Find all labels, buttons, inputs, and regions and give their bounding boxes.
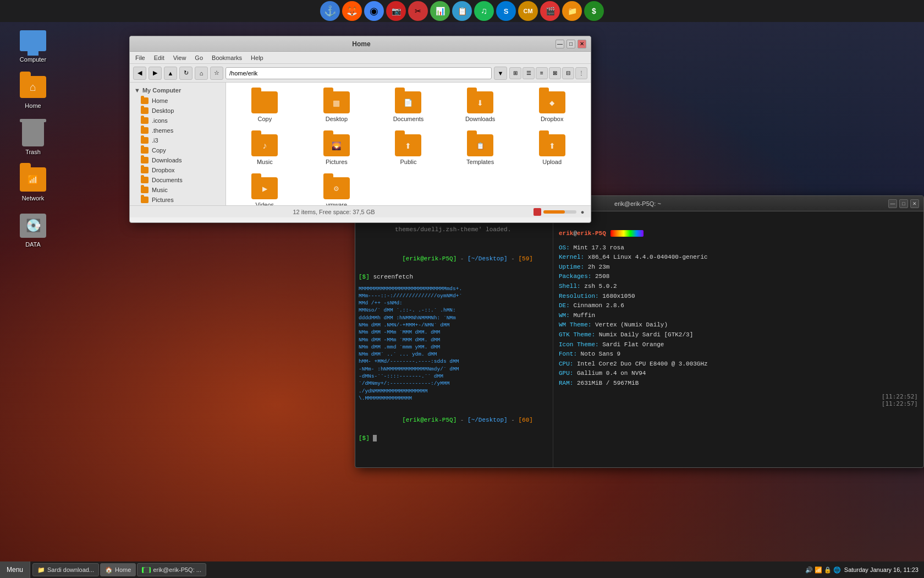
data-label: DATA [25, 241, 41, 248]
taskbar-item-1-label: Home [115, 566, 131, 573]
file-item-documents[interactable]: Documents [375, 88, 442, 126]
sidebar-music-icon [141, 187, 148, 193]
fm-minimize-btn[interactable]: — [556, 40, 564, 48]
sidebar-item-music[interactable]: Music [130, 185, 226, 195]
app-anchor[interactable]: ⚓ [320, 1, 340, 21]
sidebar-item-desktop[interactable]: Desktop [130, 106, 226, 116]
fm-up-btn[interactable]: ▲ [164, 67, 177, 80]
taskbar-item-1[interactable]: 🏠 Home [100, 563, 136, 576]
fm-statusbar: 12 items, Free space: 37,5 GB ● [130, 205, 591, 217]
music-folder-icon [251, 134, 278, 156]
file-item-desktop[interactable]: Desktop [304, 88, 370, 126]
taskbar-item-2[interactable]: ⬛ erik@erik-P5Q: ... [137, 563, 206, 576]
app-shutter[interactable]: 📷 [386, 1, 406, 21]
app-kazam[interactable]: 🎬 [540, 1, 560, 21]
app-folder[interactable]: 📁 [562, 1, 582, 21]
fm-refresh-btn[interactable]: ↻ [179, 67, 193, 80]
sidebar-item-dropbox[interactable]: Dropbox [130, 165, 226, 175]
fm-menu-bookmarks[interactable]: Bookmarks [208, 53, 245, 62]
terminal-minimize-btn[interactable]: — [888, 199, 897, 208]
sidebar-item-icons[interactable]: .icons [130, 116, 226, 126]
terminal-prompt-2: [erik@erik-P5Q] - [~/Desktop] - [60] [359, 406, 549, 434]
file-item-pictures[interactable]: Pictures [304, 131, 370, 168]
fm-forward-btn[interactable]: ▶ [148, 67, 162, 80]
sidebar-item-documents[interactable]: Documents [130, 175, 226, 185]
fm-menu-view[interactable]: View [170, 53, 190, 62]
fm-zoom-thumb: ● [579, 208, 586, 216]
videos-label: Videos [256, 201, 274, 205]
fm-address-bar[interactable]: /home/erik [226, 67, 492, 79]
app-spotify[interactable]: ♫ [474, 1, 494, 21]
file-item-upload[interactable]: Upload [519, 131, 585, 168]
taskbar-items: 📁 Sardi download... 🏠 Home ⬛ erik@erik-P… [30, 563, 800, 576]
app-chrome[interactable]: ◉ [364, 1, 384, 21]
sidebar-item-downloads[interactable]: Downloads [130, 155, 226, 165]
file-item-music[interactable]: Music [232, 131, 298, 168]
fm-close-btn[interactable]: ✕ [578, 40, 586, 48]
desktop-icon-network[interactable]: 📶 Network [11, 166, 55, 201]
app-activity[interactable]: 📊 [430, 1, 450, 21]
file-item-templates[interactable]: Templates [447, 131, 514, 168]
fm-view-icon-btn[interactable]: ⊞ [509, 67, 521, 79]
fm-go-btn[interactable]: ▼ [494, 67, 507, 80]
taskbar-menu-btn[interactable]: Menu [0, 561, 30, 578]
fm-view-extra-btn[interactable]: ⊠ [549, 67, 561, 79]
sysinfo-uptime: Uptime: 2h 23m [559, 263, 918, 272]
file-item-copy[interactable]: Copy [232, 88, 298, 126]
fm-view-compact-btn[interactable]: ☰ [522, 67, 535, 79]
fm-view-buttons: ⊞ ☰ ≡ ⊠ ⊟ ⋮ [509, 67, 587, 79]
file-item-public[interactable]: Public [375, 131, 442, 168]
fm-zoom-bar[interactable] [543, 210, 576, 214]
desktop-icon-data[interactable]: 💽 DATA [11, 212, 55, 248]
bottom-taskbar: Menu 📁 Sardi download... 🏠 Home ⬛ erik@e… [0, 561, 924, 578]
app-dollar[interactable]: $ [584, 1, 604, 21]
sidebar-item-home[interactable]: Home [130, 96, 226, 106]
taskbar-item-0-label: Sardi download... [47, 566, 94, 573]
app-skype[interactable]: S [496, 1, 516, 21]
upload-label: Upload [542, 159, 562, 165]
app-cm[interactable]: CM [518, 1, 538, 21]
terminal-maximize-btn[interactable]: □ [899, 199, 908, 208]
fm-menu-go[interactable]: Go [191, 53, 206, 62]
fm-zoom-icon [534, 208, 541, 216]
fm-view-list-btn[interactable]: ≡ [536, 67, 548, 79]
desktop-icon-trash[interactable]: Trash [11, 120, 55, 155]
taskbar-right: 🔊 📶 🔒 🌐 Saturday January 16, 11:23 [800, 566, 924, 574]
file-item-vmware[interactable]: vmware [304, 174, 370, 205]
sidebar-item-themes[interactable]: .themes [130, 126, 226, 135]
sysinfo-gpu: GPU: Gallium 0.4 on NV94 [559, 369, 918, 379]
fm-menu-edit[interactable]: Edit [151, 53, 168, 62]
fm-item-count: 12 items, Free space: 37,5 GB [293, 209, 375, 215]
network-label: Network [22, 195, 44, 201]
fm-home-btn[interactable]: ⌂ [195, 67, 208, 80]
sysinfo-user-header: erik@erik-P5Q [559, 229, 918, 239]
fm-view-grid-btn[interactable]: ⊟ [562, 67, 574, 79]
app-redshift[interactable]: ✂ [408, 1, 428, 21]
sysinfo-os: OS: Mint 17.3 rosa [559, 243, 918, 253]
fm-bookmark-btn[interactable]: ☆ [210, 67, 223, 80]
fm-window-title: Home [167, 40, 556, 48]
app-copyq[interactable]: 📋 [452, 1, 472, 21]
fm-menubar: File Edit View Go Bookmarks Help [130, 52, 591, 64]
terminal-window: erik@erik-P5Q: ~ — □ ✕ themes/duellj.zsh… [355, 195, 924, 468]
terminal-timestamp-2: [11:22:57] [559, 400, 918, 407]
terminal-close-btn[interactable]: ✕ [910, 199, 919, 208]
sidebar-item-i3[interactable]: .i3 [130, 135, 226, 145]
sysinfo-font: Font: Noto Sans 9 [559, 350, 918, 359]
sidebar-item-pictures[interactable]: Pictures [130, 195, 226, 205]
fm-view-opt-btn[interactable]: ⋮ [575, 67, 587, 79]
fm-menu-file[interactable]: File [132, 53, 148, 62]
app-firefox[interactable]: 🦊 [342, 1, 362, 21]
taskbar-item-0[interactable]: 📁 Sardi download... [32, 563, 99, 576]
fm-back-btn[interactable]: ◀ [133, 67, 146, 80]
fm-menu-help[interactable]: Help [248, 53, 267, 62]
desktop-icon-computer[interactable]: Computer [11, 28, 55, 63]
sidebar-item-copy[interactable]: Copy [130, 145, 226, 155]
fm-maximize-btn[interactable]: □ [566, 40, 575, 48]
desktop-icon-home[interactable]: ⌂ Home [11, 74, 55, 109]
sysinfo-packages: Packages: 2508 [559, 272, 918, 282]
fm-address-text: /home/erik [229, 70, 257, 77]
file-item-videos[interactable]: Videos [232, 174, 298, 205]
file-item-dropbox[interactable]: Dropbox [519, 88, 585, 126]
file-item-downloads[interactable]: Downloads [447, 88, 514, 126]
